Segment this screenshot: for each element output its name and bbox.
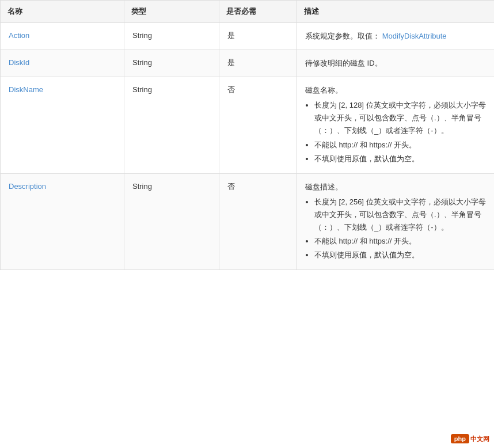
diskname-required: 否 xyxy=(219,77,297,174)
diskname-bullets: 长度为 [2, 128] 位英文或中文字符，必须以大小字母或中文开头，可以包含数… xyxy=(314,99,486,165)
diskname-link[interactable]: DiskName xyxy=(9,85,43,94)
description-link[interactable]: Description xyxy=(9,182,46,191)
diskname-type: String xyxy=(124,77,219,174)
description-type: String xyxy=(124,173,219,270)
list-item: 不填则使用原值，默认值为空。 xyxy=(314,249,486,261)
list-item: 长度为 [2, 128] 位英文或中文字符，必须以大小字母或中文开头，可以包含数… xyxy=(314,99,486,137)
diskname-intro: 磁盘名称。 xyxy=(305,84,486,97)
header-required: 是否必需 xyxy=(219,1,297,23)
table-row: Description String 否 磁盘描述。 长度为 [2, 256] … xyxy=(1,173,495,270)
action-desc: 系统规定参数。取值： ModifyDiskAttribute xyxy=(297,23,495,50)
action-type: String xyxy=(124,23,219,50)
list-item: 不能以 http:// 和 https:// 开头。 xyxy=(314,235,486,248)
diskid-type: String xyxy=(124,50,219,77)
list-item: 不能以 http:// 和 https:// 开头。 xyxy=(314,139,486,151)
table-row: DiskName String 否 磁盘名称。 长度为 [2, 128] 位英文… xyxy=(1,77,495,174)
table-row: Action String 是 系统规定参数。取值： ModifyDiskAtt… xyxy=(1,23,495,50)
action-link[interactable]: Action xyxy=(9,31,29,40)
diskname-desc: 磁盘名称。 长度为 [2, 128] 位英文或中文字符，必须以大小字母或中文开头… xyxy=(297,77,495,174)
action-required: 是 xyxy=(219,23,297,50)
list-item: 不填则使用原值，默认值为空。 xyxy=(314,153,486,165)
action-desc-link[interactable]: ModifyDiskAttribute xyxy=(382,32,447,40)
description-intro: 磁盘描述。 xyxy=(305,181,486,193)
header-desc: 描述 xyxy=(297,1,495,23)
header-type: 类型 xyxy=(124,1,219,23)
description-bullets: 长度为 [2, 256] 位英文或中文字符，必须以大小字母或中文开头，可以包含数… xyxy=(314,196,486,261)
description-desc: 磁盘描述。 长度为 [2, 256] 位英文或中文字符，必须以大小字母或中文开头… xyxy=(297,173,495,270)
header-name: 名称 xyxy=(1,1,124,23)
diskid-required: 是 xyxy=(219,50,297,77)
list-item: 长度为 [2, 256] 位英文或中文字符，必须以大小字母或中文开头，可以包含数… xyxy=(314,196,486,234)
table-row: DiskId String 是 待修改明细的磁盘 ID。 xyxy=(1,50,495,77)
description-required: 否 xyxy=(219,173,297,270)
diskid-link[interactable]: DiskId xyxy=(9,58,29,67)
diskid-desc: 待修改明细的磁盘 ID。 xyxy=(297,50,495,77)
